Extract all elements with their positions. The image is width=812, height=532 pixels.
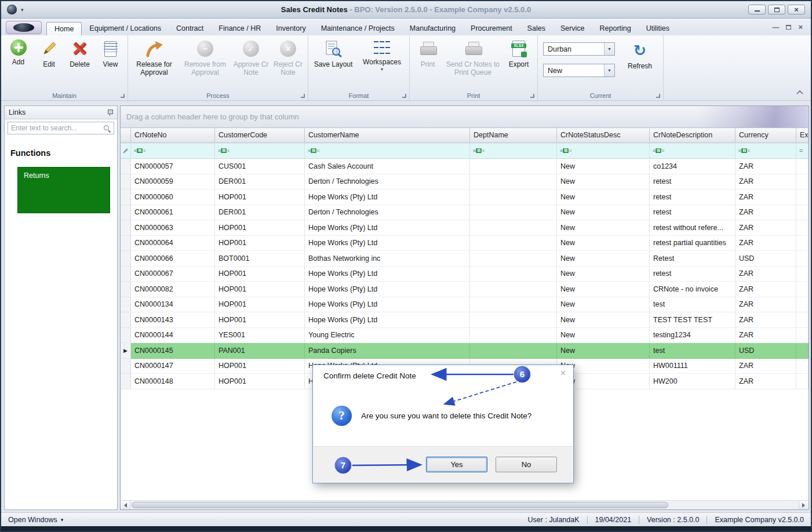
filter-cell-dept_name[interactable]: aBc	[470, 143, 557, 159]
quick-access-dropdown-icon[interactable]: ▾	[21, 7, 24, 13]
tab-reporting[interactable]: Reporting	[592, 22, 639, 35]
yes-button[interactable]: Yes	[426, 457, 487, 472]
tab-contract[interactable]: Contract	[169, 22, 211, 35]
mdi-restore-icon[interactable]	[786, 25, 791, 30]
maximize-button[interactable]	[768, 5, 785, 14]
credit-note-row-cn0000061[interactable]: CN0000061DER001Derton / TechnologiesNewr…	[121, 205, 809, 221]
filter-cell-customer_name[interactable]: aBc	[305, 143, 470, 159]
row-indicator	[121, 297, 131, 313]
tab-inventory[interactable]: Inventory	[268, 22, 313, 35]
status-dropdown-value: New	[548, 67, 562, 75]
links-search-box	[8, 122, 114, 134]
column-header-exchange[interactable]: Excha	[796, 128, 809, 143]
status-dropdown-arrow-icon[interactable]: ▼	[604, 64, 614, 76]
mdi-close-icon[interactable]: ×	[798, 23, 803, 31]
cell-customer_name: Bothas Networking inc	[305, 251, 470, 267]
workspaces-button[interactable]: Workspaces ▼	[356, 37, 407, 71]
release-for-approval-button[interactable]: Release for Approval	[130, 37, 179, 76]
column-header-dept_name[interactable]: DeptName	[470, 128, 557, 143]
add-icon	[10, 39, 27, 56]
cell-exchange	[796, 343, 809, 359]
process-dialog-launcher-icon[interactable]	[300, 93, 305, 99]
minimize-button[interactable]	[748, 5, 766, 14]
search-icon[interactable]	[103, 125, 111, 132]
open-windows-button[interactable]: Open Windows ▾	[8, 516, 63, 524]
maintain-dialog-launcher-icon[interactable]	[120, 93, 125, 99]
open-windows-caret-icon: ▾	[61, 517, 64, 523]
cell-customer_code: BOT0001	[215, 251, 305, 267]
save-layout-icon	[324, 39, 343, 58]
site-dropdown-arrow-icon[interactable]: ▼	[604, 43, 614, 55]
credit-note-row-cn0000144[interactable]: CN0000144YES001Young ElectricNewtesting1…	[121, 328, 809, 344]
print-button: Print	[412, 37, 444, 68]
no-button[interactable]: No	[496, 457, 557, 472]
current-dialog-launcher-icon[interactable]	[656, 93, 661, 99]
tab-manufacturing[interactable]: Manufacturing	[402, 22, 463, 35]
credit-note-row-cn0000143[interactable]: CN0000143HOP001Hope Works (Pty) LtdNewTE…	[121, 312, 809, 328]
application-menu-button[interactable]	[6, 21, 42, 34]
save-layout-button[interactable]: Save Layout	[310, 37, 356, 68]
tab-procurement[interactable]: Procurement	[463, 22, 520, 35]
tab-finance-hr[interactable]: Finance / HR	[211, 22, 268, 35]
credit-note-row-cn0000057[interactable]: CN0000057CUS001Cash Sales AccountNewco12…	[121, 159, 809, 174]
tab-maintenance-projects[interactable]: Maintenance / Projects	[314, 22, 402, 35]
credit-note-row-cn0000145[interactable]: ▶CN0000145PAN001Panda CopiersNewtestUSD	[121, 343, 809, 359]
format-dialog-launcher-icon[interactable]	[402, 93, 407, 99]
search-input[interactable]	[11, 124, 103, 132]
edit-button[interactable]: Edit	[34, 37, 64, 68]
reject-x-icon: ×	[280, 41, 296, 57]
site-dropdown[interactable]: Durban ▼	[543, 42, 615, 56]
filter-cell-currency[interactable]: aBc	[735, 143, 796, 159]
credit-note-row-cn0000063[interactable]: CN0000063HOP001Hope Works (Pty) LtdNewre…	[121, 220, 809, 236]
horizontal-scrollbar[interactable]	[121, 500, 809, 509]
mdi-minimize-icon[interactable]: —	[772, 23, 779, 31]
add-button[interactable]: Add	[3, 37, 34, 66]
row-indicator	[121, 251, 131, 267]
column-header-customer_code[interactable]: CustomerCode	[215, 128, 305, 143]
refresh-button[interactable]: ↻ Refresh	[622, 37, 658, 70]
sidebar-item-returns[interactable]: Returns	[17, 167, 110, 213]
scroll-left-icon[interactable]	[121, 501, 130, 509]
close-button[interactable]: ×	[788, 5, 805, 14]
column-header-description[interactable]: CrNoteDescription	[650, 128, 735, 143]
filter-cell-exchange[interactable]: =	[796, 143, 809, 159]
window-bottom-strip	[1, 526, 811, 531]
filter-cell-cr_note_no[interactable]: aBc	[131, 143, 215, 159]
column-header-cr_note_no[interactable]: CrNoteNo	[131, 128, 215, 143]
dialog-close-icon[interactable]: ×	[560, 369, 566, 378]
scroll-right-icon[interactable]	[799, 501, 809, 509]
credit-note-row-cn0000082[interactable]: CN0000082HOP001Hope Works (Pty) LtdNewCR…	[121, 282, 809, 297]
tab-home[interactable]: Home	[46, 22, 82, 35]
filter-cell-description[interactable]: aBc	[650, 143, 735, 159]
tab-equipment-locations[interactable]: Equipment / Locations	[82, 22, 169, 35]
credit-note-row-cn0000066[interactable]: CN0000066BOT0001Bothas Networking incNew…	[121, 251, 809, 267]
pin-icon[interactable]	[107, 109, 113, 116]
delete-button[interactable]: Delete	[64, 37, 95, 68]
filter-cell-status[interactable]: aBc	[557, 143, 650, 159]
credit-note-row-cn0000067[interactable]: CN0000067HOP001Hope Works (Pty) LtdNewre…	[121, 267, 809, 282]
column-header-customer_name[interactable]: CustomerName	[305, 128, 470, 143]
tab-utilities[interactable]: Utilities	[639, 22, 677, 35]
workspaces-dropdown-icon[interactable]: ▼	[380, 67, 384, 71]
credit-note-row-cn0000060[interactable]: CN0000060HOP001Hope Works (Pty) LtdNewre…	[121, 190, 809, 205]
cell-exchange	[796, 282, 809, 297]
column-header-currency[interactable]: Currency	[735, 128, 796, 143]
cell-cr_note_no: CN0000059	[131, 174, 215, 190]
xlsx-badge: XLSX	[511, 43, 526, 48]
numeric-filter-icon: =	[799, 147, 803, 154]
tab-service[interactable]: Service	[553, 22, 592, 35]
collapse-ribbon-icon[interactable]	[796, 89, 804, 97]
status-dropdown[interactable]: New ▼	[543, 64, 615, 77]
view-button[interactable]: View	[95, 37, 126, 68]
credit-note-row-cn0000059[interactable]: CN0000059DER001Derton / TechnologiesNewr…	[121, 174, 809, 190]
grid-header-row: CrNoteNoCustomerCodeCustomerNameDeptName…	[121, 128, 809, 143]
scrollbar-thumb[interactable]	[132, 502, 668, 508]
credit-note-row-cn0000134[interactable]: CN0000134HOP001Hope Works (Pty) LtdNewte…	[121, 297, 809, 313]
group-by-panel: Drag a column header here to group by th…	[121, 106, 809, 128]
tab-sales[interactable]: Sales	[520, 22, 553, 35]
print-dialog-launcher-icon[interactable]	[530, 93, 535, 99]
export-button[interactable]: XLSX Export	[502, 37, 536, 68]
column-header-status[interactable]: CrNoteStatusDesc	[557, 128, 650, 143]
credit-note-row-cn0000064[interactable]: CN0000064HOP001Hope Works (Pty) LtdNewre…	[121, 236, 809, 252]
filter-cell-customer_code[interactable]: aBc	[215, 143, 305, 159]
